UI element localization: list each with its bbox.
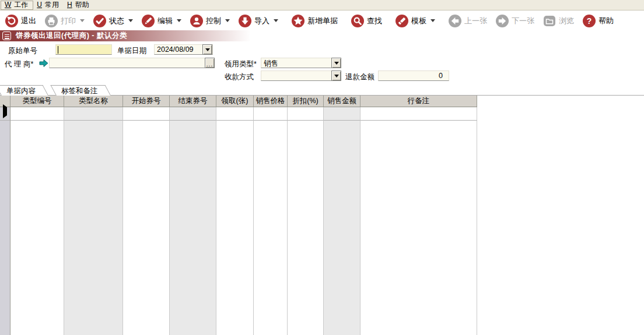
template-icon — [396, 15, 408, 27]
cell-type-name[interactable] — [64, 107, 123, 121]
print-icon — [45, 15, 58, 27]
cell-sale-amount[interactable] — [324, 107, 360, 121]
menu-item-help[interactable]: H 帮助 — [64, 1, 94, 10]
chevron-down-icon[interactable] — [128, 19, 133, 22]
payment-method-dropdown-button[interactable] — [331, 70, 341, 81]
chevron-down-icon — [80, 19, 85, 22]
import-icon — [239, 15, 251, 27]
app-window: W 工作 U 常用 H 帮助 退出 打印 状态 编辑 — [0, 0, 644, 335]
column-fill-end-no — [170, 121, 216, 335]
usage-type-label: 领用类型* — [225, 59, 257, 69]
cell-discount[interactable] — [288, 107, 324, 121]
new-doc-label: 新增单据 — [307, 16, 338, 26]
grid-header-start-no[interactable]: 开始券号 — [123, 96, 170, 107]
original-no-input[interactable] — [55, 44, 112, 55]
menu-mnemonic: H — [67, 1, 72, 9]
menu-item-common[interactable]: U 常用 — [33, 1, 64, 10]
exit-button[interactable]: 退出 — [5, 15, 36, 27]
find-label: 查找 — [367, 16, 382, 26]
document-title-bar: 饼券领出退回(代理商) - 默认分类 — [0, 30, 644, 41]
menu-item-work[interactable]: W 工作 — [1, 1, 33, 10]
doc-date-label: 单据日期 — [117, 46, 146, 56]
menu-mnemonic: W — [5, 1, 11, 9]
prev-label: 上一张 — [464, 16, 487, 26]
control-button[interactable]: 控制 — [190, 15, 230, 27]
row-selector-cell[interactable] — [0, 107, 10, 121]
exit-label: 退出 — [21, 16, 36, 26]
menu-label: 工作 — [14, 0, 28, 10]
new-doc-icon — [292, 15, 304, 27]
selector-column-fill — [0, 121, 10, 335]
search-icon — [351, 15, 364, 27]
exit-icon — [5, 15, 18, 27]
grid-header-sale-amount[interactable]: 销售金额 — [324, 96, 360, 107]
tab-document-content[interactable]: 单据内容 — [1, 85, 48, 96]
document-form: 原始单号 单据日期 2024/08/09 代 理 商* ... 领用类型* 销售… — [0, 41, 644, 84]
grid-header-type-code[interactable]: 类型编号 — [10, 96, 64, 107]
browse-button: 浏览 — [543, 15, 574, 27]
chevron-down-icon — [334, 62, 339, 65]
status-icon — [93, 15, 106, 27]
import-button[interactable]: 导入 — [239, 15, 278, 27]
payment-method-label: 收款方式 — [225, 72, 254, 82]
help-button[interactable]: ? 帮助 — [583, 15, 614, 27]
column-fill-type-code — [10, 121, 64, 335]
grid-header-qty[interactable]: 领取(张) — [216, 96, 254, 107]
chevron-down-icon — [334, 75, 339, 77]
grid-header-line-remark[interactable]: 行备注 — [360, 96, 477, 107]
payment-method-select[interactable] — [261, 70, 341, 81]
status-label: 状态 — [109, 16, 124, 26]
cell-start-no[interactable] — [123, 107, 170, 121]
usage-type-select[interactable]: 销售 — [261, 58, 341, 68]
help-label: 帮助 — [598, 16, 614, 26]
svg-text:?: ? — [587, 16, 592, 26]
agent-lookup-button[interactable]: ... — [205, 58, 215, 68]
agent-input[interactable] — [49, 58, 215, 68]
control-icon — [190, 15, 203, 27]
refund-amount-field: 0 — [378, 70, 449, 81]
agent-arrow-icon[interactable] — [39, 59, 48, 68]
new-document-button[interactable]: 新增单据 — [292, 15, 338, 27]
grid-header-row: 类型编号 类型名称 开始券号 结束券号 领取(张) 销售价格 折扣(%) 销售金… — [0, 96, 477, 107]
next-button: 下一张 — [496, 15, 534, 27]
text-cursor — [58, 46, 58, 54]
agent-label: 代 理 商* — [5, 59, 33, 69]
browse-label: 浏览 — [559, 16, 574, 26]
column-fill-line-remark — [360, 121, 477, 335]
chevron-down-icon[interactable] — [274, 19, 278, 22]
grid-current-row — [0, 107, 477, 121]
chevron-down-icon[interactable] — [225, 19, 230, 22]
cell-line-remark[interactable] — [360, 107, 477, 121]
grid-header-type-name[interactable]: 类型名称 — [64, 96, 123, 107]
chevron-down-icon — [205, 48, 210, 51]
chevron-down-icon[interactable] — [177, 19, 181, 22]
original-no-label: 原始单号 — [8, 46, 37, 56]
cell-end-no[interactable] — [170, 107, 216, 121]
cell-type-code[interactable] — [10, 107, 64, 121]
cell-qty[interactable] — [216, 107, 254, 121]
toolbar: 退出 打印 状态 编辑 控制 导入 新增单 — [0, 11, 644, 30]
grid-header-end-no[interactable]: 结束券号 — [170, 96, 216, 107]
grid-header-discount[interactable]: 折扣(%) — [288, 96, 324, 107]
edit-button[interactable]: 编辑 — [142, 15, 181, 27]
list-icon — [2, 31, 11, 40]
column-fill-sale-price — [254, 121, 288, 335]
column-fill-type-name — [64, 121, 123, 335]
template-button[interactable]: 模板 — [396, 15, 435, 27]
cell-sale-price[interactable] — [254, 107, 288, 121]
tab-labels-remarks[interactable]: 标签和备注 — [56, 85, 111, 96]
print-button: 打印 — [45, 15, 85, 27]
prev-icon — [449, 15, 461, 27]
usage-type-dropdown-button[interactable] — [331, 58, 341, 68]
page-title: 饼券领出退回(代理商) - 默认分类 — [16, 31, 127, 41]
chevron-down-icon[interactable] — [430, 19, 435, 22]
column-fill-sale-amount — [324, 121, 360, 335]
refund-amount-label: 退款金额 — [345, 72, 374, 82]
doc-date-dropdown-button[interactable] — [202, 44, 212, 55]
grid-header-sale-price[interactable]: 销售价格 — [254, 96, 288, 107]
print-label: 打印 — [61, 16, 76, 26]
column-fill-qty — [216, 121, 254, 335]
status-button[interactable]: 状态 — [93, 15, 133, 27]
find-button[interactable]: 查找 — [351, 15, 382, 27]
template-label: 模板 — [411, 16, 426, 26]
